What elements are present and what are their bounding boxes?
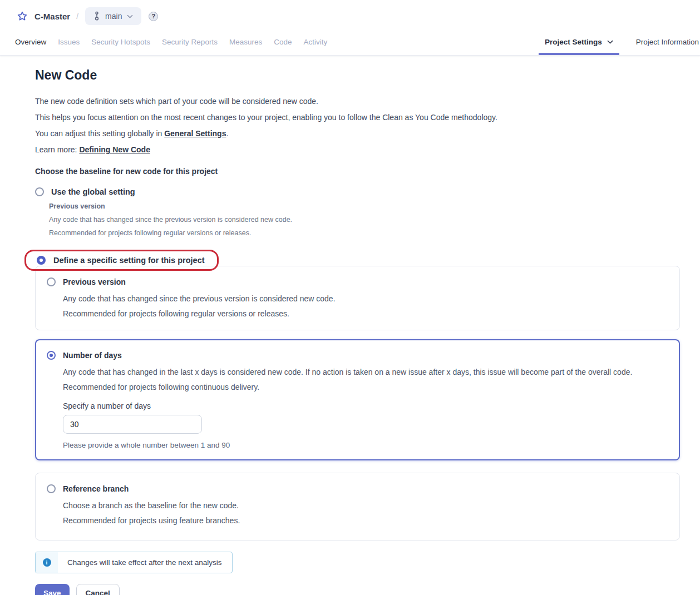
project-settings-label: Project Settings: [545, 38, 602, 46]
global-setting-summary: Previous version Any code that has chang…: [49, 202, 680, 237]
radio-number-of-days-checked[interactable]: [47, 351, 56, 360]
card-number-of-days[interactable]: Number of days Any code that has changed…: [35, 339, 680, 460]
card-reference-branch-note: Recommended for projects using feature b…: [63, 516, 668, 525]
branch-selector[interactable]: main: [85, 7, 141, 25]
learn-more-text: Learn more:: [35, 145, 79, 154]
global-current-desc: Any code that has changed since the prev…: [49, 216, 680, 224]
nav-item-activity[interactable]: Activity: [303, 38, 327, 55]
option-define-specific-annotated[interactable]: Define a specific setting for this proje…: [24, 250, 219, 271]
nav-item-security-reports[interactable]: Security Reports: [162, 38, 218, 55]
intro-line-3-text: You can adjust this setting globally in: [35, 129, 164, 138]
card-reference-branch-title[interactable]: Reference branch: [63, 484, 129, 493]
card-reference-branch-desc: Choose a branch as the baseline for the …: [63, 501, 668, 510]
radio-reference-branch[interactable]: [47, 484, 56, 493]
intro-line-2: This helps you focus attention on the mo…: [35, 113, 680, 122]
days-input[interactable]: [63, 415, 202, 434]
nav-item-measures[interactable]: Measures: [229, 38, 262, 55]
card-number-of-days-body: Any code that has changed in the last x …: [63, 368, 668, 391]
defining-new-code-link[interactable]: Defining New Code: [79, 145, 150, 154]
days-input-helper: Please provide a whole number between 1 …: [63, 441, 668, 449]
card-previous-version-note: Recommended for projects following regul…: [63, 309, 668, 318]
nav-item-overview[interactable]: Overview: [15, 38, 46, 55]
page-header: C-Master / main ? Overview Issues Securi…: [0, 0, 700, 56]
intro-line-3-period: .: [226, 129, 228, 138]
page-title: New Code: [35, 68, 680, 83]
intro-text: The new code definition sets which part …: [35, 97, 680, 154]
info-banner: i Changes will take effect after the nex…: [35, 552, 233, 573]
card-number-of-days-desc: Any code that has changed in the last x …: [63, 368, 668, 376]
radio-define-specific-checked[interactable]: [37, 256, 46, 265]
nav-item-security-hotspots[interactable]: Security Hotspots: [91, 38, 150, 55]
info-icon: i: [43, 558, 51, 567]
card-number-of-days-head: Number of days: [47, 351, 668, 360]
branch-name: main: [105, 12, 122, 21]
card-number-of-days-note: Recommended for projects following conti…: [63, 383, 668, 391]
new-code-settings-page: New Code The new code definition sets wh…: [0, 56, 700, 595]
chevron-down-icon: [127, 14, 133, 18]
tab-project-settings[interactable]: Project Settings: [539, 38, 619, 55]
card-reference-branch-head: Reference branch: [47, 484, 668, 493]
info-banner-text: Changes will take effect after the next …: [58, 552, 232, 573]
card-previous-version-head: Previous version: [47, 277, 668, 286]
global-current-note: Recommended for projects following regul…: [49, 229, 680, 237]
nav-left: Overview Issues Security Hotspots Securi…: [15, 38, 339, 55]
card-number-of-days-title[interactable]: Number of days: [63, 351, 122, 360]
favorite-star-icon[interactable]: [17, 11, 28, 22]
project-name[interactable]: C-Master: [34, 12, 70, 21]
baseline-heading: Choose the baseline for new code for thi…: [35, 167, 680, 176]
card-previous-version-title[interactable]: Previous version: [63, 277, 126, 286]
breadcrumb: C-Master / main ?: [0, 0, 700, 32]
card-reference-branch-body: Choose a branch as the baseline for the …: [63, 501, 668, 525]
help-icon[interactable]: ?: [149, 12, 158, 21]
global-current-title: Previous version: [49, 202, 680, 210]
card-reference-branch[interactable]: Reference branch Choose a branch as the …: [35, 473, 680, 541]
intro-line-3: You can adjust this setting globally in …: [35, 129, 680, 138]
card-previous-version-body: Any code that has changed since the prev…: [63, 294, 668, 318]
nav-item-code[interactable]: Code: [274, 38, 292, 55]
nav-right: Project Settings Project Information: [539, 38, 700, 55]
option-use-global-label[interactable]: Use the global setting: [51, 187, 135, 196]
general-settings-link[interactable]: General Settings: [164, 129, 226, 138]
info-icon-cell: i: [36, 552, 58, 573]
chevron-down-icon: [607, 40, 613, 44]
radio-previous-version[interactable]: [47, 277, 56, 286]
nav-item-issues[interactable]: Issues: [58, 38, 80, 55]
cancel-button[interactable]: Cancel: [76, 584, 120, 595]
form-actions: Save Cancel: [35, 584, 680, 595]
option-define-specific-label[interactable]: Define a specific setting for this proje…: [53, 256, 205, 265]
breadcrumb-separator: /: [76, 12, 78, 21]
branch-icon: [93, 11, 100, 21]
days-input-label: Specify a number of days: [63, 401, 668, 410]
intro-line-1: The new code definition sets which part …: [35, 97, 680, 106]
save-button[interactable]: Save: [35, 584, 70, 595]
project-nav: Overview Issues Security Hotspots Securi…: [0, 32, 700, 56]
learn-more-line: Learn more: Defining New Code: [35, 145, 680, 154]
option-use-global-setting[interactable]: Use the global setting: [35, 187, 680, 196]
radio-use-global-setting[interactable]: [35, 187, 44, 196]
tab-project-information[interactable]: Project Information: [636, 38, 699, 55]
card-previous-version-desc: Any code that has changed since the prev…: [63, 294, 668, 303]
card-previous-version[interactable]: Previous version Any code that has chang…: [35, 266, 680, 330]
